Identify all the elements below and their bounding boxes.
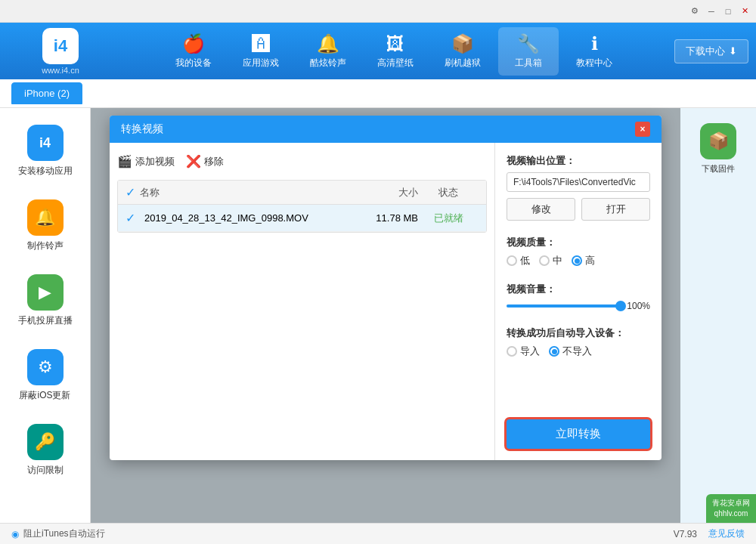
dialog-toolbar: 🎬 添加视频 ❌ 移除 [117,150,487,172]
quality-high-radio [572,255,582,266]
file-status: 已就绪 [434,212,463,224]
volume-slider-container: 100% [507,301,650,311]
file-name-cell: ✓ 2019_04_28_13_42_IMG_0998.MOV [125,211,358,225]
watermark-url: qhhlv.com [714,509,748,518]
restore-icon[interactable]: □ [723,6,733,17]
apps-games-label: 应用游戏 [243,57,279,70]
quality-high-option[interactable]: 高 [572,254,595,267]
dialog-overlay: 转换视频 × 🎬 添加视频 [91,108,680,523]
sidebar-item-screen-live[interactable]: ▶ 手机投屏直播 [0,265,90,336]
itunes-status-label: 阻止iTunes自动运行 [23,527,105,540]
sidebar-item-install-app[interactable]: i4 安装移动应用 [0,116,90,187]
sidebar-item-access-limit[interactable]: 🔑 访问限制 [0,415,90,486]
my-device-label: 我的设备 [175,57,212,70]
ringtones-icon: 🔔 [317,33,339,54]
edit-path-button[interactable]: 修改 [507,198,575,221]
ringtone-icon: 🔔 [27,199,64,236]
quality-low-option[interactable]: 低 [507,254,530,267]
status-left: ◉ 阻止iTunes自动运行 [11,527,105,540]
quality-radio-group: 低 中 高 [507,254,650,267]
main-content: i4 安装移动应用 🔔 制作铃声 ▶ 手机投屏直播 ⚙ 屏蔽iOS更新 🔑 访问… [0,108,756,523]
logo-text: i4 [54,36,67,56]
dialog-title-bar: 转换视频 × [110,116,662,143]
block-ios-icon: ⚙ [27,349,64,385]
nav-item-tutorials[interactable]: ℹ 教程中心 [562,27,626,76]
dialog-body: 🎬 添加视频 ❌ 移除 ✓ [110,143,662,460]
feedback-link[interactable]: 意见反馈 [708,527,745,540]
install-app-label: 安装移动应用 [18,165,73,178]
file-name: 2019_04_28_13_42_IMG_0998.MOV [144,212,308,224]
download-firmware-label: 下载固件 [702,163,735,175]
quality-mid-radio [539,255,550,266]
sidebar-item-block-ios[interactable]: ⚙ 屏蔽iOS更新 [0,340,90,411]
add-video-button[interactable]: 🎬 添加视频 [117,154,175,168]
output-path-value: F:\i4Tools7\Files\ConvertedVic [507,172,650,192]
quality-low-label: 低 [520,254,530,267]
file-status-cell: 已就绪 [418,212,479,225]
dialog-left-panel: 🎬 添加视频 ❌ 移除 ✓ [110,143,495,460]
output-path-group: 视频输出位置： F:\i4Tools7\Files\ConvertedVic 修… [507,154,650,221]
remove-icon: ❌ [186,154,201,168]
dialog-close-button[interactable]: × [635,122,650,137]
close-icon: × [640,124,645,134]
apps-games-icon: 🅰 [252,33,270,54]
jailbreak-label: 刷机越狱 [445,57,481,70]
remove-button[interactable]: ❌ 移除 [186,154,224,168]
nav-item-toolbox[interactable]: 🔧 工具箱 [498,27,559,76]
right-item-download-firmware[interactable]: 📦 下载固件 [700,123,736,175]
size-col-header: 大小 [358,186,418,199]
table-row[interactable]: ✓ 2019_04_28_13_42_IMG_0998.MOV 11.78 MB… [118,205,486,232]
volume-group: 视频音量： 100% [507,283,650,311]
file-size-cell: 11.78 MB [358,212,418,224]
import-option[interactable]: 导入 [507,345,540,358]
table-header: ✓ 名称 大小 状态 [118,181,486,205]
volume-slider-thumb[interactable] [615,301,626,311]
toolbox-icon: 🔧 [517,33,540,54]
quality-high-label: 高 [585,254,595,267]
wallpapers-icon: 🖼 [386,33,404,54]
volume-value: 100% [627,301,650,311]
quality-low-radio [507,255,517,266]
logo-icon: i4 [42,28,79,64]
status-col-label: 状态 [438,187,458,198]
block-ios-label: 屏蔽iOS更新 [19,389,70,402]
device-tab-iphone[interactable]: iPhone (2) [11,82,82,104]
content-area: 转换视频 × 🎬 添加视频 [91,108,680,523]
tutorials-label: 教程中心 [576,57,612,70]
dialog-right-panel: 视频输出位置： F:\i4Tools7\Files\ConvertedVic 修… [495,143,662,460]
nav-item-my-device[interactable]: 🍎 我的设备 [162,27,225,76]
dialog-title: 转换视频 [121,122,163,136]
settings-icon[interactable]: ⚙ [689,6,700,17]
download-center-button[interactable]: 下载中心 ⬇ [674,39,748,63]
volume-slider-track[interactable] [507,304,621,308]
no-import-option[interactable]: 不导入 [549,345,592,358]
open-path-button[interactable]: 打开 [581,198,650,221]
status-bar: ◉ 阻止iTunes自动运行 V7.93 意见反馈 [0,523,756,544]
import-radio [507,346,517,357]
convert-button[interactable]: 立即转换 [507,419,650,449]
download-arrow-icon: ⬇ [729,45,737,57]
add-video-label: 添加视频 [135,155,175,168]
name-col-label: 名称 [140,186,160,199]
close-icon[interactable]: ✕ [739,6,750,17]
quality-mid-option[interactable]: 中 [539,254,562,267]
nav-item-apps-games[interactable]: 🅰 应用游戏 [229,27,293,76]
sidebar-item-ringtone[interactable]: 🔔 制作铃声 [0,190,90,261]
header-right: 下载中心 ⬇ [674,39,748,63]
quality-group: 视频质量： 低 中 [507,236,650,267]
access-limit-icon: 🔑 [27,424,64,460]
status-right: V7.93 意见反馈 [674,527,745,540]
device-tab-label: iPhone (2) [24,88,70,99]
status-col-header: 状态 [418,186,479,199]
check-all-icon[interactable]: ✓ [125,185,135,199]
wallpapers-label: 高清壁纸 [377,57,414,70]
nav-item-ringtones[interactable]: 🔔 酷炫铃声 [296,27,360,76]
screen-live-icon: ▶ [27,274,64,311]
toolbox-label: 工具箱 [515,57,542,70]
logo-url: www.i4.cn [42,66,79,75]
nav-item-jailbreak[interactable]: 📦 刷机越狱 [431,27,494,76]
title-bar: ⚙ ─ □ ✕ [0,0,756,23]
nav-item-wallpapers[interactable]: 🖼 高清壁纸 [364,27,427,76]
sub-header: iPhone (2) [0,79,756,108]
minimize-icon[interactable]: ─ [706,6,717,17]
